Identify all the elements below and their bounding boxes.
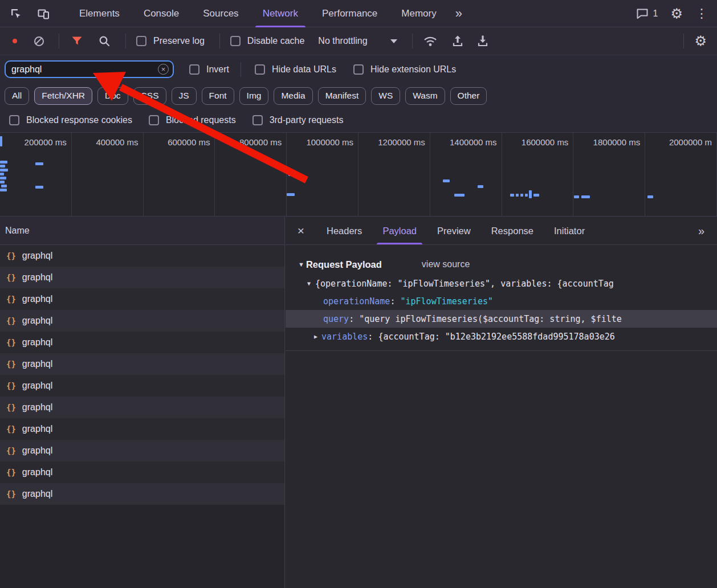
checkbox-box[interactable] [189,64,199,75]
expand-triangle-icon[interactable]: ▼ [307,280,311,287]
preserve-log-checkbox[interactable]: Preserve log [136,36,205,46]
panel-tabs: ElementsConsoleSourcesNetworkPerformance… [67,0,449,27]
request-row[interactable]: {} graphql [0,332,284,353]
timeline-segment: 2000000 m [645,133,717,216]
more-panels-chevron-icon[interactable]: » [449,6,469,21]
detail-tab[interactable]: Response [481,217,544,244]
record-network-log-button[interactable] [13,39,17,43]
chevron-down-icon [390,39,397,43]
checkbox-box[interactable] [230,36,241,46]
panel-tab[interactable]: Memory [389,0,448,27]
request-row[interactable]: {} graphql [0,375,284,397]
type-filter-chip[interactable]: Media [274,87,312,105]
type-filter-chip[interactable]: Other [450,87,487,105]
payload-query-row[interactable]: query: "query ipFlowTimeseries($accountT… [286,310,717,328]
type-filter-chip[interactable]: JS [172,87,197,105]
request-row[interactable]: {} graphql [0,462,284,483]
colon: : [349,314,359,324]
detail-tab[interactable]: Initiator [544,217,595,244]
settings-gear-icon[interactable]: ⚙ [670,7,683,21]
timeline-request-bar [525,194,528,197]
panel-tab[interactable]: Elements [67,0,132,27]
request-row[interactable]: {} graphql [0,483,284,505]
clear-network-log-icon[interactable] [34,36,44,46]
type-filter-chip[interactable]: Manifest [318,87,366,105]
checkbox-box[interactable] [149,115,159,125]
name-column-header[interactable]: Name [0,217,284,245]
payload-operation-row[interactable]: operationName: "ipFlowTimeseries" [286,292,717,310]
extra-filter-label: Blocked response cookies [26,115,132,125]
fetch-xhr-icon: {} [6,251,16,260]
inspect-element-icon[interactable] [9,7,23,21]
search-icon[interactable] [98,35,111,47]
type-filter-chip[interactable]: CSS [133,87,166,105]
type-filter-chip[interactable]: Fetch/XHR [34,87,92,105]
type-filter-chip[interactable]: Font [202,87,234,105]
clear-filter-icon[interactable]: × [158,64,169,75]
disable-cache-checkbox[interactable]: Disable cache [230,36,305,46]
throttling-select[interactable]: No throttling [318,36,397,46]
requests-list: {} graphql {} graphql {} graphql {} grap… [0,245,284,505]
request-row[interactable]: {} graphql [0,288,284,310]
checkbox-box[interactable] [252,115,263,125]
filter-icon[interactable] [71,35,83,47]
panel-tab[interactable]: Console [132,0,191,27]
type-filter-chip[interactable]: Doc [97,87,128,105]
network-filter-row: graphql × Invert Hide data URLs Hide ext… [0,55,717,83]
extra-filter-checkbox[interactable]: 3rd-party requests [252,115,344,125]
close-details-icon[interactable]: × [286,224,316,238]
checkbox-box[interactable] [353,64,364,75]
timeline-request-bar [516,194,519,197]
network-filter-input[interactable]: graphql × [5,60,174,78]
request-row[interactable]: {} graphql [0,397,284,418]
network-overview-timeline[interactable]: 200000 ms 400000 ms 600000 ms 800000 ms … [0,132,717,217]
vertical-divider [125,34,126,48]
issues-button[interactable]: 1 [636,8,658,19]
hide-extension-urls-checkbox[interactable]: Hide extension URLs [353,64,456,75]
invert-checkbox[interactable]: Invert [189,64,229,75]
export-har-icon[interactable] [476,34,489,48]
request-row[interactable]: {} graphql [0,440,284,462]
kebab-menu-icon[interactable]: ⋮ [695,7,708,20]
expand-triangle-icon[interactable]: ▶ [314,333,317,340]
request-row[interactable]: {} graphql [0,267,284,288]
preserve-log-label: Preserve log [153,36,205,46]
timeline-request-bar [0,181,5,183]
extra-filter-checkbox[interactable]: Blocked response cookies [9,115,132,125]
network-conditions-icon[interactable] [423,35,438,47]
checkbox-box[interactable] [136,36,146,46]
hide-data-urls-checkbox[interactable]: Hide data URLs [255,64,336,75]
more-detail-tabs-chevron-icon[interactable]: » [698,224,717,238]
request-row[interactable]: {} graphql [0,353,284,375]
request-row[interactable]: {} graphql [0,310,284,332]
type-filter-chip[interactable]: WS [371,87,400,105]
checkbox-box[interactable] [9,115,19,125]
payload-variables-row[interactable]: ▶ variables: {accountTag: "b12e3b2192ee5… [286,328,717,345]
payload-value: "query ipFlowTimeseries($accountTag: str… [359,314,622,324]
checkbox-box[interactable] [255,64,265,75]
fetch-xhr-icon: {} [6,295,16,304]
device-toolbar-icon[interactable] [36,7,50,21]
panel-tab[interactable]: Sources [191,0,250,27]
request-row[interactable]: {} graphql [0,418,284,440]
view-source-link[interactable]: view source [422,259,470,270]
payload-pane: ▼ Request Payload view source ▼ {operati… [286,245,717,351]
tree-divider [286,350,717,351]
panel-tab[interactable]: Network [251,0,310,27]
payload-root-row[interactable]: ▼ {operationName: "ipFlowTimeseries", va… [286,275,717,292]
type-filter-chip[interactable]: Img [239,87,269,105]
payload-value: {accountTag: "b12e3b2192ee5588fdad995178… [378,332,614,342]
network-settings-gear-icon[interactable]: ⚙ [694,34,707,48]
panel-tab[interactable]: Performance [310,0,389,27]
detail-tab[interactable]: Headers [316,217,372,244]
detail-tab[interactable]: Preview [427,217,481,244]
request-row[interactable]: {} graphql [0,245,284,267]
type-filter-chip[interactable]: All [5,87,29,105]
import-har-icon[interactable] [451,34,464,48]
collapse-triangle-icon[interactable]: ▼ [298,261,304,268]
extra-filter-checkbox[interactable]: Blocked requests [149,115,236,125]
detail-tab[interactable]: Payload [372,217,427,244]
timeline-request-bar [0,173,4,175]
type-filter-chip[interactable]: Wasm [405,87,445,105]
request-name: graphql [22,467,52,477]
